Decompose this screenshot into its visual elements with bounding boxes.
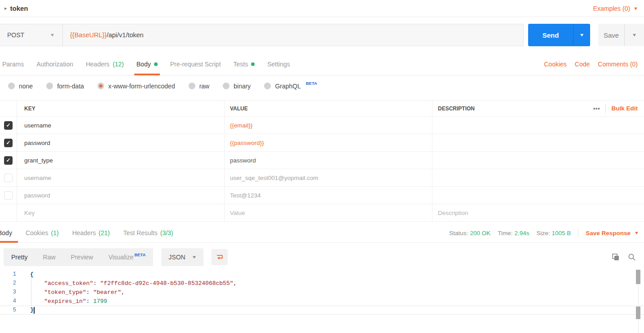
checkbox-checked[interactable]: ✓ (4, 121, 13, 130)
value-cell[interactable]: {{password}} (225, 134, 432, 151)
request-title: token (10, 4, 28, 12)
response-header: BodyCookies(1)Headers(21)Test Results(3/… (0, 223, 644, 243)
tab-authorization[interactable]: Authorization (30, 53, 79, 75)
scrollbar-thumb[interactable] (636, 307, 640, 319)
response-body-viewer[interactable]: 1{2 "access_token": "f2ffc8dc-d92c-4948-… (0, 270, 644, 315)
comments--link[interactable]: Comments (0) (598, 61, 638, 68)
tab-count: (12) (113, 61, 124, 68)
scrollbar-thumb[interactable] (636, 270, 640, 284)
value-text: {{email}} (230, 122, 252, 129)
radio-icon (8, 83, 15, 89)
caret-down-icon: ▼ (632, 33, 637, 37)
search-response-button[interactable] (628, 253, 636, 261)
copy-response-button[interactable] (612, 253, 620, 261)
radio-icon (46, 83, 53, 89)
key-cell[interactable]: password (17, 134, 225, 151)
view-mode-preview[interactable]: Preview (63, 248, 101, 266)
mode-label: Raw (43, 254, 56, 261)
line-content: "token_type": "bearer", (21, 289, 125, 296)
code-line: 4 "expires_in": 1799 (0, 297, 644, 306)
body-mode-raw[interactable]: raw (189, 83, 210, 90)
divider (578, 228, 578, 237)
body-mode-graphql[interactable]: GraphQLBETA (264, 83, 317, 90)
checkbox-checked[interactable]: ✓ (4, 156, 13, 165)
body-mode-binary[interactable]: binary (223, 83, 251, 90)
more-options-icon[interactable]: ••• (593, 105, 600, 112)
tab-body[interactable]: Body (130, 53, 164, 75)
value-column-header: VALUE (225, 101, 432, 116)
tab-pre-request-script[interactable]: Pre-request Script (164, 53, 227, 75)
save-response-button[interactable]: Save Response ▼ (586, 230, 639, 237)
description-cell[interactable] (432, 152, 644, 169)
tab-settings[interactable]: Settings (261, 53, 296, 75)
body-mode-form-data[interactable]: form-data (46, 83, 84, 90)
line-content: } (21, 307, 35, 313)
send-options-button[interactable]: ▼ (573, 24, 590, 46)
response-tab-test-results[interactable]: Test Results(3/3) (116, 223, 180, 242)
bulk-edit-link[interactable]: Bulk Edit (611, 105, 638, 112)
token: , (121, 289, 125, 296)
url-input[interactable]: {{BaseURL}}/api/v1/token (63, 24, 523, 46)
key-cell[interactable]: password (17, 187, 225, 204)
view-mode-pretty[interactable]: Pretty (4, 248, 35, 266)
code-link[interactable]: Code (575, 61, 590, 68)
text-cursor (34, 307, 35, 314)
description-cell[interactable] (432, 187, 644, 204)
value-cell[interactable]: Value (225, 204, 432, 221)
tab-label: Body (137, 61, 151, 68)
key-cell[interactable]: grant_type (17, 152, 225, 169)
cookies-link[interactable]: Cookies (544, 61, 567, 68)
line-number: 5 (0, 307, 21, 313)
save-button[interactable]: Save (598, 24, 624, 46)
description-cell[interactable]: Description (432, 204, 644, 221)
tab-label: Body (0, 229, 12, 237)
format-select[interactable]: JSON ▼ (161, 248, 203, 266)
send-button[interactable]: Send (528, 24, 573, 46)
checkbox-unchecked[interactable] (4, 174, 13, 182)
response-tab-headers[interactable]: Headers(21) (66, 223, 117, 242)
table-row: ✓username{{email}} (0, 117, 644, 134)
view-mode-visualize[interactable]: VisualizeBETA (101, 248, 153, 266)
method-select[interactable]: POST ▼ (0, 24, 63, 46)
key-cell[interactable]: username (17, 117, 225, 134)
table-row: KeyValueDescription (0, 204, 644, 222)
description-cell[interactable] (432, 169, 644, 186)
wrap-text-button[interactable] (212, 249, 228, 265)
body-mode-none[interactable]: none (8, 83, 33, 90)
caret-down-icon: ▼ (634, 231, 640, 235)
checkbox-checked[interactable]: ✓ (4, 139, 13, 147)
value-cell[interactable]: user_sqe_test001@yopmail.com (225, 169, 432, 186)
wrap-text-icon (216, 253, 224, 261)
token: 1799 (93, 298, 107, 305)
code-lines: 1{2 "access_token": "f2ffc8dc-d92c-4948-… (0, 270, 644, 315)
value-text: password (230, 157, 256, 164)
request-header-bar: ▸ token Examples (0) ▼ (0, 0, 644, 17)
value-cell[interactable]: {{email}} (225, 117, 432, 134)
code-line: 3 "token_type": "bearer", (0, 288, 644, 297)
request-tabs: ParamsAuthorizationHeaders(12)BodyPre-re… (0, 53, 296, 75)
view-mode-raw[interactable]: Raw (35, 248, 63, 266)
value-cell[interactable]: Test@1234 (225, 187, 432, 204)
code-line: 2 "access_token": "f2ffc8dc-d92c-4948-b5… (0, 279, 644, 288)
examples-dropdown[interactable]: Examples (0) ▼ (593, 5, 638, 12)
tab-params[interactable]: Params (0, 53, 30, 75)
key-cell[interactable]: Key (17, 204, 225, 221)
tab-headers[interactable]: Headers(12) (79, 53, 130, 75)
body-mode-x-www-form-urlencoded[interactable]: x-www-form-urlencoded (97, 83, 175, 90)
key-cell[interactable]: username (17, 169, 225, 186)
value-cell[interactable]: password (225, 152, 432, 169)
save-options-button[interactable]: ▼ (624, 24, 644, 46)
description-cell[interactable] (432, 117, 644, 134)
token (30, 289, 44, 296)
collapse-caret-icon[interactable]: ▸ (4, 5, 7, 11)
table-rows: ✓username{{email}}✓password{{password}}✓… (0, 117, 644, 222)
row-checkbox-cell: ✓ (0, 117, 17, 134)
line-content: "expires_in": 1799 (21, 298, 107, 305)
checkbox-unchecked[interactable] (4, 191, 13, 200)
description-cell[interactable] (432, 134, 644, 151)
response-tab-cookies[interactable]: Cookies(1) (19, 223, 66, 242)
tab-tests[interactable]: Tests (227, 53, 261, 75)
line-number: 4 (0, 298, 21, 304)
value-text: Value (230, 210, 245, 216)
response-tab-body[interactable]: Body (0, 223, 19, 242)
